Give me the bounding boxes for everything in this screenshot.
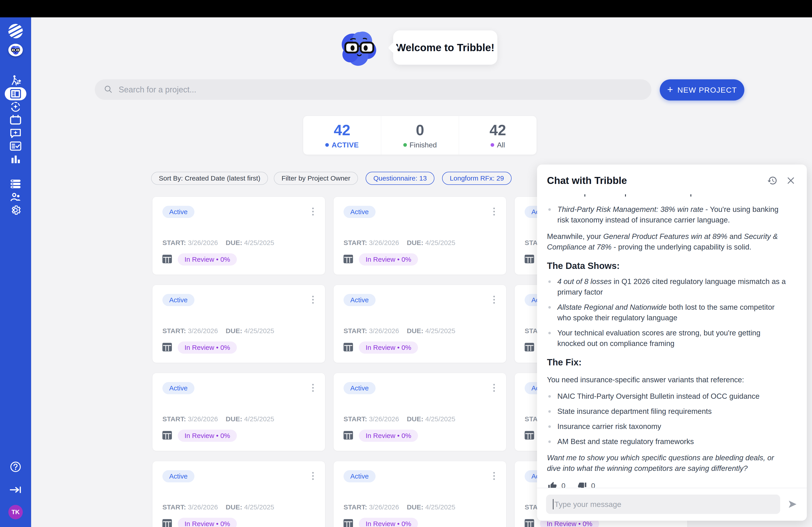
kebab-menu-icon[interactable]: [492, 294, 496, 305]
status-badge: Active: [344, 470, 376, 482]
start-label: START:: [344, 327, 367, 334]
chat-bullet-item: NAIC Third-Party Oversight Bulletin inst…: [547, 391, 789, 402]
thumbs-up-count: 0: [562, 481, 565, 488]
chat-text-run: Your technical evaluation scores are str…: [557, 329, 760, 348]
start-date: 3/26/2026: [188, 415, 218, 423]
feedback-row: 00: [547, 481, 789, 488]
table-icon: [162, 255, 172, 264]
collapse-arrow-icon[interactable]: [7, 483, 24, 496]
start-label: START:: [344, 503, 367, 511]
due-date: 4/25/2025: [425, 503, 455, 511]
table-icon: [344, 343, 353, 352]
due-date: 4/25/2025: [244, 327, 274, 334]
longform-rfx-chip[interactable]: Longform RFx: 29: [442, 172, 511, 185]
progress-badge: In Review • 0%: [178, 518, 237, 527]
table-icon: [162, 519, 172, 527]
kebab-menu-icon[interactable]: [311, 470, 315, 482]
questionnaire-chip[interactable]: Questionnaire: 13: [366, 172, 434, 185]
sort-by-chip[interactable]: Sort By: Created Date (latest first): [151, 172, 268, 185]
start-label: START:: [344, 239, 367, 246]
search-icon: [104, 85, 113, 95]
thumbs-down-button[interactable]: [577, 481, 588, 488]
chat-text-run: Allstate Regional and Nationwide: [557, 303, 667, 311]
stat-finished-label: Finished: [410, 141, 437, 149]
server-stack-icon[interactable]: [7, 177, 24, 191]
chat-messages[interactable]: Third-Party Risk Management: 38% win rat…: [537, 191, 807, 488]
status-badge: Active: [162, 294, 194, 306]
project-title: Cheltenham Asset Management: [344, 488, 496, 490]
project-card[interactable]: Active Pacific Northern Energy Vendor Pa…: [333, 373, 506, 451]
start-label: START:: [162, 327, 186, 334]
project-card[interactable]: Active First National Bank FinSec First …: [333, 285, 506, 363]
project-card[interactable]: Active Cheltenham Asset Management Chelt…: [333, 461, 506, 527]
project-dates: START: 3/26/2026 DUE: 4/25/2025: [344, 503, 496, 511]
chat-text-run: and: [727, 232, 744, 241]
due-date: 4/25/2025: [425, 415, 455, 423]
project-dates: START: 3/26/2026 DUE: 4/25/2025: [344, 415, 496, 423]
user-avatar[interactable]: TK: [8, 505, 23, 520]
people-icon[interactable]: [7, 191, 24, 204]
due-label: DUE:: [226, 415, 242, 423]
progress-badge: In Review • 0%: [359, 518, 418, 527]
refresh-sparkle-icon[interactable]: [7, 100, 24, 114]
start-date: 3/26/2026: [369, 239, 399, 246]
calendar-icon[interactable]: [7, 114, 24, 126]
tribble-logo[interactable]: [7, 25, 24, 37]
project-title: Pacific Northern Energy Vendor: [344, 400, 496, 401]
new-project-button[interactable]: + NEW PROJECT: [660, 79, 744, 101]
send-button[interactable]: [786, 498, 799, 511]
due-label: DUE:: [407, 415, 423, 423]
help-icon[interactable]: [7, 460, 24, 473]
chat-text-run: State insurance department filing requir…: [557, 407, 712, 416]
chat-text-run: 4 out of 8 losses: [557, 277, 611, 286]
project-card[interactable]: Active Redstone Community Bank Tech Reds…: [152, 373, 325, 451]
filter-owner-chip[interactable]: Filter by Project Owner: [274, 172, 358, 185]
nav-projects-active[interactable]: [5, 87, 26, 100]
chat-paragraph: Meanwhile, your General Product Features…: [547, 231, 789, 253]
stat-all[interactable]: 42 All: [459, 116, 537, 155]
chat-text-run: Insurance carrier risk taxonomy: [557, 422, 661, 431]
stat-active-value: 42: [334, 121, 350, 139]
progress-badge: In Review • 0%: [359, 430, 418, 442]
assistant-avatar[interactable]: [7, 44, 24, 57]
chat-close-button[interactable]: [785, 175, 797, 187]
chat-bullet-item: State insurance department filing requir…: [547, 406, 789, 417]
walking-handoff-icon[interactable]: [7, 74, 24, 87]
project-card[interactable]: Active Glacier Point Utilities OT Glacie…: [152, 285, 325, 363]
stat-all-label: All: [497, 141, 505, 149]
kebab-menu-icon[interactable]: [311, 206, 315, 217]
bar-chart-icon[interactable]: [7, 153, 24, 166]
project-company: Glacier Point: [162, 316, 315, 317]
chat-text-run: Third-Party Risk Management: 38% win rat…: [557, 205, 703, 213]
kebab-menu-icon[interactable]: [311, 294, 315, 305]
stat-active-label: ACTIVE: [332, 141, 359, 149]
kebab-menu-icon[interactable]: [492, 470, 496, 482]
chat-input-box[interactable]: [546, 495, 780, 514]
project-dates: START: 3/26/2026 DUE: 4/25/2025: [344, 239, 496, 246]
project-card[interactable]: Active Westbrook Financial IT Vendor Wes…: [152, 197, 325, 275]
chat-text-run: AM Best and state regulatory frameworks: [557, 437, 694, 446]
project-title: Northgate Federal CMMC: [344, 224, 496, 225]
chat-bullet-list: NAIC Third-Party Oversight Bulletin inst…: [547, 391, 789, 447]
checklist-icon[interactable]: [7, 139, 24, 153]
due-date: 4/25/2025: [425, 239, 455, 246]
tribble-mascot: [337, 29, 382, 70]
chat-sparkle-icon[interactable]: [7, 126, 24, 139]
project-search[interactable]: [95, 79, 651, 100]
chat-message-input[interactable]: [554, 500, 773, 509]
gear-icon[interactable]: [7, 204, 24, 216]
stat-finished[interactable]: 0 Finished: [381, 116, 459, 155]
project-card[interactable]: Active Northgate Federal CMMC Northgate …: [333, 197, 506, 275]
kebab-menu-icon[interactable]: [492, 382, 496, 394]
kebab-menu-icon[interactable]: [311, 382, 315, 394]
chat-history-button[interactable]: [766, 174, 779, 187]
search-input[interactable]: [119, 85, 642, 94]
kebab-menu-icon[interactable]: [492, 206, 496, 217]
stat-active[interactable]: 42 ACTIVE: [303, 116, 381, 155]
table-icon: [525, 343, 534, 352]
project-dates: START: 3/26/2026 DUE: 4/25/2025: [162, 415, 315, 423]
chat-bullet-item: Allstate Regional and Nationwide both lo…: [547, 302, 789, 323]
project-card[interactable]: Active Granite Summit Capital InvestorDD…: [152, 461, 325, 527]
thumbs-up-button[interactable]: [547, 481, 558, 488]
plus-icon: +: [667, 84, 673, 95]
